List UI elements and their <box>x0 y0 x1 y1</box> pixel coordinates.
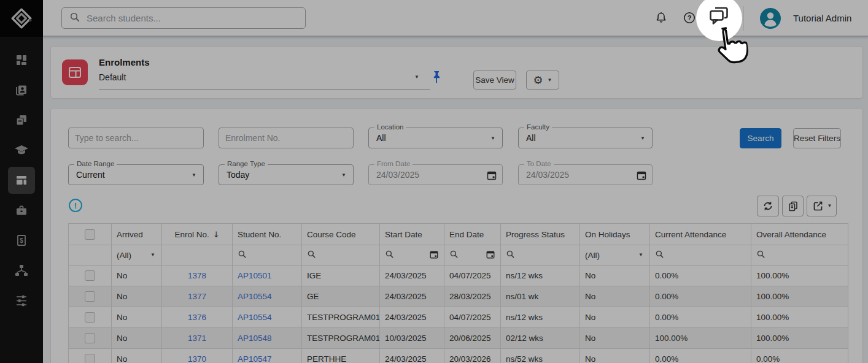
hand-cursor <box>708 22 751 72</box>
app-window: ? Tutorial Admin <box>0 0 868 363</box>
pointer-hand-icon <box>708 22 750 70</box>
